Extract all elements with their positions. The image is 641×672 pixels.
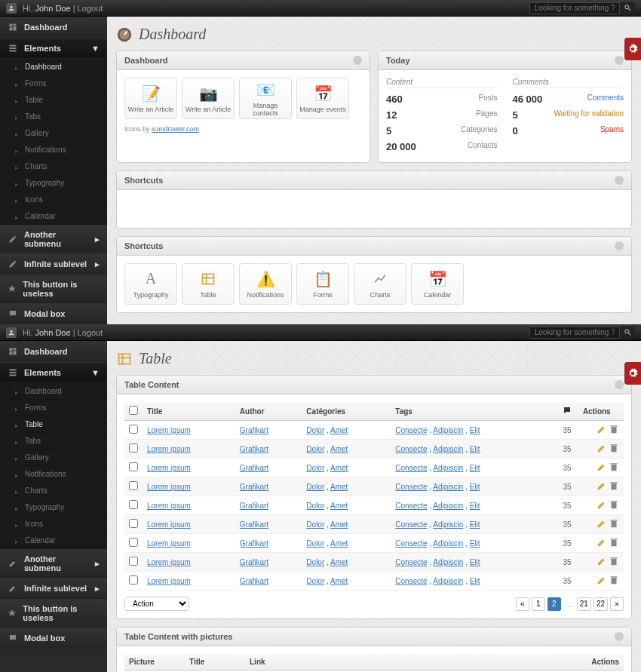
edit-icon[interactable] — [597, 575, 607, 585]
stat-c3-label[interactable]: Spams — [600, 125, 624, 137]
row-cat-link[interactable]: Amet — [330, 539, 348, 548]
row-tag-link[interactable]: Adipiscin — [433, 483, 463, 491]
page-prev[interactable]: « — [516, 597, 529, 611]
select-all-checkbox[interactable] — [129, 406, 138, 415]
row-author-link[interactable]: Grafikart — [240, 558, 268, 566]
page-1[interactable]: 1 — [532, 597, 545, 611]
shortcut-notifications[interactable]: ⚠️Notifications — [239, 263, 292, 305]
sub-icons[interactable]: ▸Icons — [0, 516, 107, 532]
collapse-icon[interactable] — [615, 241, 624, 250]
row-tag-link[interactable]: Adipiscin — [433, 558, 463, 566]
shortcut-typography[interactable]: ATypography — [124, 263, 177, 305]
collapse-icon[interactable] — [615, 632, 624, 641]
row-author-link[interactable]: Grafikart — [240, 445, 268, 453]
row-cat-link[interactable]: Amet — [330, 520, 348, 529]
sub-charts[interactable]: ▸Charts — [0, 158, 107, 175]
row-tag-link[interactable]: Adipiscin — [433, 577, 463, 585]
sub-calendar[interactable]: ▸Calendar — [0, 532, 107, 549]
sidebar-useless[interactable]: This button is useless — [0, 275, 107, 303]
bulk-action-select[interactable]: Action — [124, 597, 189, 611]
sub-dashboard[interactable]: ▸Dashboard — [0, 383, 107, 400]
th-title[interactable]: Title — [143, 402, 235, 421]
row-tag-link[interactable]: Consecte — [395, 539, 427, 548]
row-cat-link[interactable]: Amet — [330, 464, 348, 472]
row-tag-link[interactable]: Consecte — [395, 577, 427, 585]
page-2[interactable]: 2 — [547, 597, 561, 611]
sidebar-dashboard[interactable]: Dashboard — [0, 17, 107, 38]
search-input[interactable] — [529, 2, 620, 14]
sub-forms[interactable]: ▸Forms — [0, 75, 107, 92]
sidebar-useless[interactable]: This button is useless — [0, 599, 107, 628]
row-tag-link[interactable]: Adipiscin — [433, 464, 463, 472]
delete-icon[interactable] — [609, 537, 619, 548]
row-checkbox[interactable] — [129, 557, 138, 566]
row-tag-link[interactable]: Consecte — [395, 502, 427, 510]
row-title-link[interactable]: Lorem ipsum — [147, 502, 191, 510]
row-author-link[interactable]: Grafikart — [240, 464, 268, 472]
row-cat-link[interactable]: Dolor — [306, 558, 324, 566]
row-cat-link[interactable]: Amet — [330, 426, 348, 434]
row-author-link[interactable]: Grafikart — [240, 426, 268, 434]
page-next[interactable]: » — [610, 597, 624, 611]
row-cat-link[interactable]: Dolor — [306, 502, 324, 510]
row-title-link[interactable]: Lorem ipsum — [147, 426, 191, 434]
row-tag-link[interactable]: Consecte — [395, 426, 427, 434]
shortcut-table[interactable]: Table — [182, 263, 235, 305]
row-tag-link[interactable]: Elit — [470, 502, 480, 510]
sidebar-dashboard[interactable]: Dashboard — [0, 341, 107, 362]
shortcut-forms[interactable]: 📋Forms — [296, 263, 349, 305]
row-tag-link[interactable]: Elit — [470, 539, 480, 548]
shortcut-calendar[interactable]: 📅Calendar — [411, 263, 464, 305]
row-checkbox[interactable] — [129, 500, 138, 509]
delete-icon[interactable] — [609, 556, 619, 566]
sidebar-another[interactable]: Another submenu▸ — [0, 549, 107, 578]
row-tag-link[interactable]: Adipiscin — [433, 426, 463, 434]
sub-gallery[interactable]: ▸Gallery — [0, 125, 107, 142]
row-cat-link[interactable]: Amet — [330, 483, 348, 491]
row-cat-link[interactable]: Dolor — [306, 464, 324, 472]
shortcut-contacts[interactable]: 📧Manage contacts — [239, 78, 292, 119]
row-cat-link[interactable]: Dolor — [306, 445, 324, 453]
row-checkbox[interactable] — [129, 462, 138, 471]
row-tag-link[interactable]: Consecte — [395, 558, 427, 566]
sub-dashboard[interactable]: ▸Dashboard — [0, 59, 107, 75]
sub-forms[interactable]: ▸Forms — [0, 400, 107, 416]
credit-link[interactable]: icondrawer.com — [152, 125, 199, 133]
shortcut-write-article-2[interactable]: 📷Write an Article — [182, 78, 235, 119]
row-title-link[interactable]: Lorem ipsum — [147, 539, 191, 548]
row-title-link[interactable]: Lorem ipsum — [147, 464, 191, 472]
row-tag-link[interactable]: Adipiscin — [433, 539, 463, 548]
settings-tab[interactable] — [624, 38, 641, 60]
edit-icon[interactable] — [597, 480, 607, 491]
sub-table[interactable]: ▸Table — [0, 92, 107, 109]
row-tag-link[interactable]: Elit — [470, 464, 480, 472]
row-author-link[interactable]: Grafikart — [240, 539, 268, 548]
delete-icon[interactable] — [609, 480, 619, 491]
delete-icon[interactable] — [609, 443, 619, 453]
row-cat-link[interactable]: Amet — [330, 558, 348, 566]
row-tag-link[interactable]: Adipiscin — [433, 502, 463, 510]
collapse-icon[interactable] — [615, 56, 624, 65]
row-author-link[interactable]: Grafikart — [240, 577, 268, 585]
sidebar-elements[interactable]: Elements▼ — [0, 362, 107, 383]
row-tag-link[interactable]: Elit — [470, 577, 480, 585]
sidebar-modal[interactable]: Modal box — [0, 303, 107, 324]
row-author-link[interactable]: Grafikart — [240, 483, 268, 491]
row-tag-link[interactable]: Consecte — [395, 464, 427, 472]
shortcut-events[interactable]: 📅Manage events — [296, 78, 349, 119]
th-author[interactable]: Author — [235, 402, 302, 421]
edit-icon[interactable] — [597, 518, 607, 529]
row-checkbox[interactable] — [129, 481, 138, 490]
sidebar-infinite[interactable]: Infinite sublevel▸ — [0, 578, 107, 599]
row-checkbox[interactable] — [129, 425, 138, 434]
delete-icon[interactable] — [609, 499, 619, 510]
row-cat-link[interactable]: Dolor — [306, 426, 324, 434]
sub-notifications[interactable]: ▸Notifications — [0, 466, 107, 483]
sub-tabs[interactable]: ▸Tabs — [0, 433, 107, 450]
edit-icon[interactable] — [597, 443, 607, 453]
row-tag-link[interactable]: Adipiscin — [433, 520, 463, 529]
row-title-link[interactable]: Lorem ipsum — [147, 445, 191, 453]
row-tag-link[interactable]: Elit — [470, 445, 480, 453]
page-21[interactable]: 21 — [577, 597, 591, 611]
row-checkbox[interactable] — [129, 519, 138, 528]
